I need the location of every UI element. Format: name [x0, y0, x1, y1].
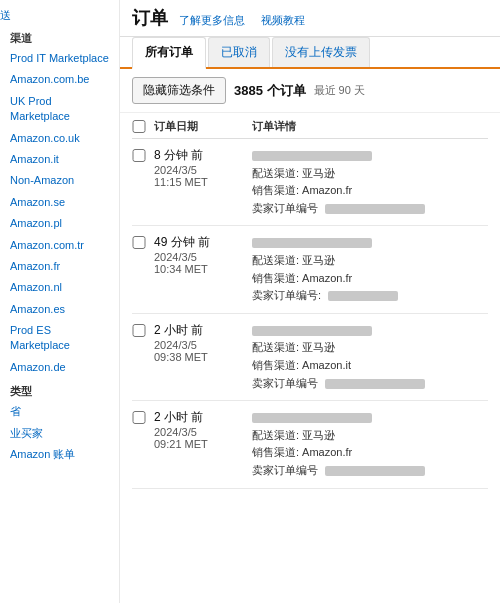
order-time-3: 2 小时 前 — [154, 409, 244, 426]
order-date-col-0: 8 分钟 前 2024/3/5 11:15 MET — [154, 147, 244, 188]
video-tutorial-link[interactable]: 视频教程 — [261, 14, 305, 26]
order-detail-col-0: 配送渠道: 亚马逊 销售渠道: Amazon.fr 卖家订单编号 — [252, 147, 488, 217]
tab-no-invoice[interactable]: 没有上传发票 — [272, 37, 370, 67]
order-date-col-1: 49 分钟 前 2024/3/5 10:34 MET — [154, 234, 244, 275]
order-date-0: 2024/3/5 — [154, 164, 244, 176]
sidebar-item-amazon-co-uk[interactable]: Amazon.co.uk — [0, 128, 119, 149]
order-detail-col-2: 配送渠道: 亚马逊 销售渠道: Amazon.it 卖家订单编号 — [252, 322, 488, 392]
order-detail-col-3: 配送渠道: 亚马逊 销售渠道: Amazon.fr 卖家订单编号 — [252, 409, 488, 479]
order-product-1 — [252, 234, 488, 252]
main-content: 订单 了解更多信息 视频教程 所有订单 已取消 没有上传发票 隐藏筛选条件 38… — [120, 0, 500, 603]
order-time-1: 49 分钟 前 — [154, 234, 244, 251]
order-detail-col-1: 配送渠道: 亚马逊 销售渠道: Amazon.fr 卖家订单编号: — [252, 234, 488, 304]
order-tz-0: 11:15 MET — [154, 176, 244, 188]
order-sales-2: 销售渠道: Amazon.it — [252, 357, 488, 375]
order-list: 订单日期 订单详情 8 分钟 前 2024/3/5 11:15 MET 配送渠道… — [120, 113, 500, 603]
order-checkbox-3[interactable] — [132, 411, 146, 424]
order-date-2: 2024/3/5 — [154, 339, 244, 351]
order-count: 3885 个订单 — [234, 82, 306, 100]
order-checkbox-2[interactable] — [132, 324, 146, 337]
topbar: 订单 了解更多信息 视频教程 — [120, 0, 500, 37]
order-seller-1: 卖家订单编号: — [252, 287, 488, 305]
sidebar-item-amazon-nl[interactable]: Amazon.nl — [0, 277, 119, 298]
sidebar: 送 渠道 Prod IT Marketplace Amazon.com.be U… — [0, 0, 120, 603]
topbar-links: 了解更多信息 视频教程 — [179, 14, 310, 26]
table-row: 49 分钟 前 2024/3/5 10:34 MET 配送渠道: 亚马逊 销售渠… — [132, 226, 488, 313]
table-row: 2 小时 前 2024/3/5 09:38 MET 配送渠道: 亚马逊 销售渠道… — [132, 314, 488, 401]
sidebar-item-amazon-it[interactable]: Amazon.it — [0, 149, 119, 170]
learn-more-link[interactable]: 了解更多信息 — [179, 14, 245, 26]
order-date-col-2: 2 小时 前 2024/3/5 09:38 MET — [154, 322, 244, 363]
order-product-3 — [252, 409, 488, 427]
select-all-checkbox[interactable] — [132, 120, 146, 133]
order-ship-3: 配送渠道: 亚马逊 — [252, 427, 488, 445]
order-period: 最近 90 天 — [314, 83, 365, 98]
order-tz-3: 09:21 MET — [154, 438, 244, 450]
col-detail-header: 订单详情 — [252, 119, 488, 134]
sidebar-item-business-buyer[interactable]: 业买家 — [0, 423, 119, 444]
order-seller-2: 卖家订单编号 — [252, 375, 488, 393]
table-header: 订单日期 订单详情 — [132, 113, 488, 139]
sidebar-item-prod-it[interactable]: Prod IT Marketplace — [0, 48, 119, 69]
sidebar-section-type: 类型 省 业买家 Amazon 账单 — [0, 378, 119, 465]
table-row: 8 分钟 前 2024/3/5 11:15 MET 配送渠道: 亚马逊 销售渠道… — [132, 139, 488, 226]
tab-all-orders[interactable]: 所有订单 — [132, 37, 206, 69]
filter-bar: 隐藏筛选条件 3885 个订单 最近 90 天 — [120, 69, 500, 113]
page-title: 订单 — [132, 8, 168, 28]
order-seller-3: 卖家订单编号 — [252, 462, 488, 480]
sidebar-item-prod-es[interactable]: Prod ES Marketplace — [0, 320, 119, 357]
table-row: 2 小时 前 2024/3/5 09:21 MET 配送渠道: 亚马逊 销售渠道… — [132, 401, 488, 488]
order-product-0 — [252, 147, 488, 165]
order-time-2: 2 小时 前 — [154, 322, 244, 339]
order-date-1: 2024/3/5 — [154, 251, 244, 263]
order-date-3: 2024/3/5 — [154, 426, 244, 438]
sidebar-item-amazon-pl[interactable]: Amazon.pl — [0, 213, 119, 234]
sidebar-item-amazon-se[interactable]: Amazon.se — [0, 192, 119, 213]
order-product-2 — [252, 322, 488, 340]
tab-cancelled[interactable]: 已取消 — [208, 37, 270, 67]
order-tz-2: 09:38 MET — [154, 351, 244, 363]
order-checkbox-1[interactable] — [132, 236, 146, 249]
sidebar-item-amazon-es[interactable]: Amazon.es — [0, 299, 119, 320]
sidebar-item-non-amazon[interactable]: Non-Amazon — [0, 170, 119, 191]
order-sales-3: 销售渠道: Amazon.fr — [252, 444, 488, 462]
sidebar-section-channel-title: 渠道 — [0, 25, 119, 48]
back-link[interactable]: 送 — [0, 8, 119, 23]
sidebar-item-amazon-invoice[interactable]: Amazon 账单 — [0, 444, 119, 465]
col-date-header: 订单日期 — [154, 119, 244, 134]
sidebar-item-province[interactable]: 省 — [0, 401, 119, 422]
sidebar-section-channel: 渠道 Prod IT Marketplace Amazon.com.be UK … — [0, 25, 119, 378]
order-checkbox-0[interactable] — [132, 149, 146, 162]
order-tz-1: 10:34 MET — [154, 263, 244, 275]
sidebar-item-amazon-be[interactable]: Amazon.com.be — [0, 69, 119, 90]
order-sales-1: 销售渠道: Amazon.fr — [252, 270, 488, 288]
sidebar-item-amazon-tr[interactable]: Amazon.com.tr — [0, 235, 119, 256]
order-ship-0: 配送渠道: 亚马逊 — [252, 165, 488, 183]
order-date-col-3: 2 小时 前 2024/3/5 09:21 MET — [154, 409, 244, 450]
sidebar-item-amazon-de[interactable]: Amazon.de — [0, 357, 119, 378]
sidebar-section-type-title: 类型 — [0, 378, 119, 401]
order-ship-2: 配送渠道: 亚马逊 — [252, 339, 488, 357]
filter-toggle-button[interactable]: 隐藏筛选条件 — [132, 77, 226, 104]
order-sales-0: 销售渠道: Amazon.fr — [252, 182, 488, 200]
order-time-0: 8 分钟 前 — [154, 147, 244, 164]
sidebar-item-amazon-fr[interactable]: Amazon.fr — [0, 256, 119, 277]
tabs-bar: 所有订单 已取消 没有上传发票 — [120, 37, 500, 69]
order-seller-0: 卖家订单编号 — [252, 200, 488, 218]
order-ship-1: 配送渠道: 亚马逊 — [252, 252, 488, 270]
sidebar-item-uk-prod[interactable]: UK Prod Marketplace — [0, 91, 119, 128]
